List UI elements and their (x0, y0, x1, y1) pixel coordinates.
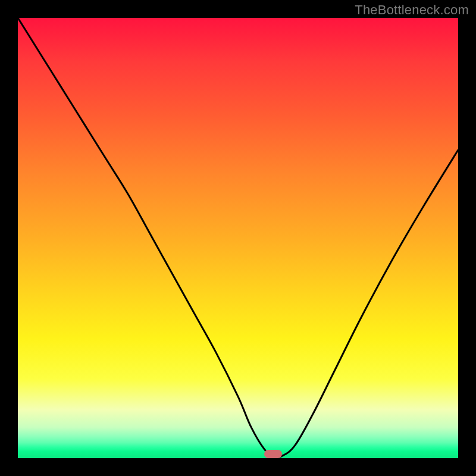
plot-area (18, 18, 458, 458)
watermark-text: TheBottleneck.com (355, 2, 469, 18)
chart-frame: TheBottleneck.com (0, 0, 476, 476)
optimal-marker (264, 450, 282, 458)
curve-path (18, 18, 458, 457)
bottleneck-curve (18, 18, 458, 458)
